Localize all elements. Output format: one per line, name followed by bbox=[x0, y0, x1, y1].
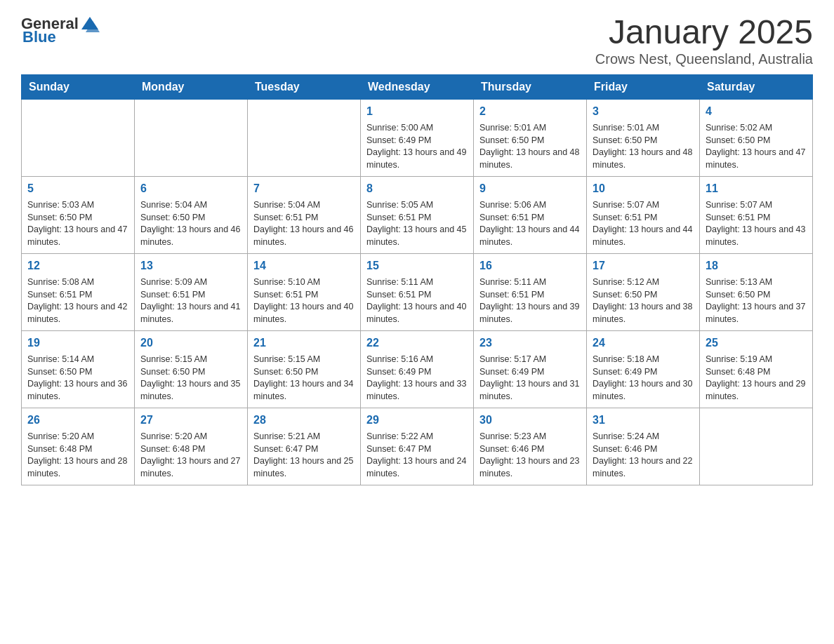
day-info: Sunrise: 5:15 AMSunset: 6:50 PMDaylight:… bbox=[140, 354, 241, 403]
day-info: Sunrise: 5:20 AMSunset: 6:48 PMDaylight:… bbox=[27, 431, 128, 480]
calendar-cell: 21Sunrise: 5:15 AMSunset: 6:50 PMDayligh… bbox=[248, 330, 361, 408]
day-number: 7 bbox=[253, 181, 355, 196]
day-header-friday: Friday bbox=[587, 74, 700, 99]
day-number: 21 bbox=[253, 335, 355, 351]
calendar-cell: 3Sunrise: 5:01 AMSunset: 6:50 PMDaylight… bbox=[587, 99, 700, 176]
calendar-cell: 2Sunrise: 5:01 AMSunset: 6:50 PMDaylight… bbox=[474, 99, 587, 176]
logo-icon bbox=[80, 14, 100, 34]
calendar-subtitle: Crows Nest, Queensland, Australia bbox=[595, 51, 813, 67]
page-header: General Blue January 2025 Crows Nest, Qu… bbox=[21, 14, 813, 67]
day-info: Sunrise: 5:07 AMSunset: 6:51 PMDaylight:… bbox=[593, 199, 694, 248]
calendar-cell: 4Sunrise: 5:02 AMSunset: 6:50 PMDaylight… bbox=[700, 99, 813, 176]
calendar-cell: 1Sunrise: 5:00 AMSunset: 6:49 PMDaylight… bbox=[361, 99, 474, 176]
day-number: 12 bbox=[27, 258, 128, 274]
days-header-row: SundayMondayTuesdayWednesdayThursdayFrid… bbox=[22, 74, 813, 99]
day-info: Sunrise: 5:23 AMSunset: 6:46 PMDaylight:… bbox=[479, 431, 581, 480]
logo: General Blue bbox=[21, 14, 100, 46]
day-number: 14 bbox=[253, 258, 355, 274]
logo-blue: Blue bbox=[22, 28, 56, 46]
day-info: Sunrise: 5:12 AMSunset: 6:50 PMDaylight:… bbox=[593, 276, 694, 326]
calendar-cell bbox=[248, 99, 361, 176]
day-number: 11 bbox=[706, 181, 807, 196]
day-number: 17 bbox=[593, 258, 694, 274]
calendar-cell bbox=[700, 408, 813, 485]
calendar-cell: 6Sunrise: 5:04 AMSunset: 6:50 PMDaylight… bbox=[135, 176, 248, 253]
calendar-cell: 14Sunrise: 5:10 AMSunset: 6:51 PMDayligh… bbox=[248, 253, 361, 330]
day-number: 18 bbox=[706, 258, 807, 274]
calendar-header: SundayMondayTuesdayWednesdayThursdayFrid… bbox=[22, 74, 813, 99]
day-header-sunday: Sunday bbox=[22, 74, 135, 99]
day-info: Sunrise: 5:24 AMSunset: 6:46 PMDaylight:… bbox=[593, 431, 694, 480]
calendar-cell: 8Sunrise: 5:05 AMSunset: 6:51 PMDaylight… bbox=[361, 176, 474, 253]
calendar-cell: 25Sunrise: 5:19 AMSunset: 6:48 PMDayligh… bbox=[700, 330, 813, 408]
calendar-cell: 10Sunrise: 5:07 AMSunset: 6:51 PMDayligh… bbox=[587, 176, 700, 253]
day-number: 22 bbox=[366, 335, 468, 351]
week-row-1: 1Sunrise: 5:00 AMSunset: 6:49 PMDaylight… bbox=[22, 99, 813, 176]
day-info: Sunrise: 5:13 AMSunset: 6:50 PMDaylight:… bbox=[706, 276, 807, 326]
calendar-cell: 5Sunrise: 5:03 AMSunset: 6:50 PMDaylight… bbox=[22, 176, 135, 253]
week-row-3: 12Sunrise: 5:08 AMSunset: 6:51 PMDayligh… bbox=[22, 253, 813, 330]
day-info: Sunrise: 5:06 AMSunset: 6:51 PMDaylight:… bbox=[479, 199, 581, 248]
day-header-thursday: Thursday bbox=[474, 74, 587, 99]
day-info: Sunrise: 5:01 AMSunset: 6:50 PMDaylight:… bbox=[479, 122, 581, 171]
day-header-monday: Monday bbox=[135, 74, 248, 99]
calendar-cell: 12Sunrise: 5:08 AMSunset: 6:51 PMDayligh… bbox=[22, 253, 135, 330]
day-info: Sunrise: 5:04 AMSunset: 6:51 PMDaylight:… bbox=[253, 199, 355, 248]
day-number: 31 bbox=[593, 412, 694, 428]
day-number: 23 bbox=[479, 335, 581, 351]
day-info: Sunrise: 5:17 AMSunset: 6:49 PMDaylight:… bbox=[479, 354, 581, 403]
day-info: Sunrise: 5:01 AMSunset: 6:50 PMDaylight:… bbox=[593, 122, 694, 171]
day-info: Sunrise: 5:20 AMSunset: 6:48 PMDaylight:… bbox=[140, 431, 241, 480]
day-number: 8 bbox=[366, 181, 468, 196]
calendar-cell bbox=[135, 99, 248, 176]
week-row-2: 5Sunrise: 5:03 AMSunset: 6:50 PMDaylight… bbox=[22, 176, 813, 253]
calendar-cell: 30Sunrise: 5:23 AMSunset: 6:46 PMDayligh… bbox=[474, 408, 587, 485]
day-number: 4 bbox=[706, 104, 807, 119]
calendar-cell: 22Sunrise: 5:16 AMSunset: 6:49 PMDayligh… bbox=[361, 330, 474, 408]
day-number: 1 bbox=[366, 104, 468, 119]
day-number: 16 bbox=[479, 258, 581, 274]
calendar-cell: 17Sunrise: 5:12 AMSunset: 6:50 PMDayligh… bbox=[587, 253, 700, 330]
day-info: Sunrise: 5:11 AMSunset: 6:51 PMDaylight:… bbox=[479, 276, 581, 326]
calendar-cell: 29Sunrise: 5:22 AMSunset: 6:47 PMDayligh… bbox=[361, 408, 474, 485]
day-number: 15 bbox=[366, 258, 468, 274]
day-number: 13 bbox=[140, 258, 241, 274]
calendar-cell: 11Sunrise: 5:07 AMSunset: 6:51 PMDayligh… bbox=[700, 176, 813, 253]
calendar-cell: 15Sunrise: 5:11 AMSunset: 6:51 PMDayligh… bbox=[361, 253, 474, 330]
day-header-tuesday: Tuesday bbox=[248, 74, 361, 99]
day-header-saturday: Saturday bbox=[700, 74, 813, 99]
day-info: Sunrise: 5:09 AMSunset: 6:51 PMDaylight:… bbox=[140, 276, 241, 326]
day-number: 30 bbox=[479, 412, 581, 428]
week-row-4: 19Sunrise: 5:14 AMSunset: 6:50 PMDayligh… bbox=[22, 330, 813, 408]
day-info: Sunrise: 5:08 AMSunset: 6:51 PMDaylight:… bbox=[27, 276, 128, 326]
day-info: Sunrise: 5:00 AMSunset: 6:49 PMDaylight:… bbox=[366, 122, 468, 171]
calendar-cell: 24Sunrise: 5:18 AMSunset: 6:49 PMDayligh… bbox=[587, 330, 700, 408]
day-number: 29 bbox=[366, 412, 468, 428]
calendar-cell: 7Sunrise: 5:04 AMSunset: 6:51 PMDaylight… bbox=[248, 176, 361, 253]
day-info: Sunrise: 5:05 AMSunset: 6:51 PMDaylight:… bbox=[366, 199, 468, 248]
day-number: 10 bbox=[593, 181, 694, 196]
day-number: 20 bbox=[140, 335, 241, 351]
calendar-cell: 16Sunrise: 5:11 AMSunset: 6:51 PMDayligh… bbox=[474, 253, 587, 330]
day-info: Sunrise: 5:14 AMSunset: 6:50 PMDaylight:… bbox=[27, 354, 128, 403]
day-info: Sunrise: 5:02 AMSunset: 6:50 PMDaylight:… bbox=[706, 122, 807, 171]
day-info: Sunrise: 5:04 AMSunset: 6:50 PMDaylight:… bbox=[140, 199, 241, 248]
day-number: 28 bbox=[253, 412, 355, 428]
day-info: Sunrise: 5:03 AMSunset: 6:50 PMDaylight:… bbox=[27, 199, 128, 248]
day-info: Sunrise: 5:15 AMSunset: 6:50 PMDaylight:… bbox=[253, 354, 355, 403]
week-row-5: 26Sunrise: 5:20 AMSunset: 6:48 PMDayligh… bbox=[22, 408, 813, 485]
title-block: January 2025 Crows Nest, Queensland, Aus… bbox=[595, 14, 813, 67]
day-header-wednesday: Wednesday bbox=[361, 74, 474, 99]
calendar-body: 1Sunrise: 5:00 AMSunset: 6:49 PMDaylight… bbox=[22, 99, 813, 485]
day-number: 25 bbox=[706, 335, 807, 351]
day-number: 24 bbox=[593, 335, 694, 351]
day-number: 2 bbox=[479, 104, 581, 119]
day-number: 5 bbox=[27, 181, 128, 196]
day-info: Sunrise: 5:21 AMSunset: 6:47 PMDaylight:… bbox=[253, 431, 355, 480]
day-info: Sunrise: 5:18 AMSunset: 6:49 PMDaylight:… bbox=[593, 354, 694, 403]
day-number: 6 bbox=[140, 181, 241, 196]
calendar-cell: 9Sunrise: 5:06 AMSunset: 6:51 PMDaylight… bbox=[474, 176, 587, 253]
calendar-title: January 2025 bbox=[595, 14, 813, 51]
calendar-cell: 18Sunrise: 5:13 AMSunset: 6:50 PMDayligh… bbox=[700, 253, 813, 330]
calendar-cell bbox=[22, 99, 135, 176]
